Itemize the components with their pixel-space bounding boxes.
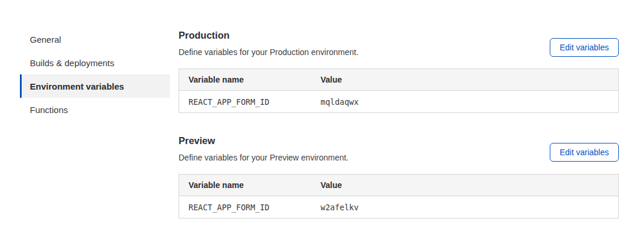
column-header-variable-name: Variable name — [179, 69, 321, 91]
variable-value-cell: w2afelkv — [321, 196, 619, 218]
sidebar-item-environment-variables[interactable]: Environment variables — [20, 74, 170, 98]
production-section: Production Define variables for your Pro… — [179, 29, 619, 113]
sidebar-item-general[interactable]: General — [20, 28, 170, 51]
variable-name-cell: REACT_APP_FORM_ID — [179, 91, 321, 113]
table-row: REACT_APP_FORM_ID mqldaqwx — [179, 91, 619, 113]
table-header-row: Variable name Value — [179, 69, 619, 91]
preview-section: Preview Define variables for your Previe… — [179, 135, 619, 218]
production-edit-variables-button[interactable]: Edit variables — [550, 38, 619, 57]
table-header-row: Variable name Value — [179, 175, 619, 196]
sidebar-item-label: General — [30, 35, 61, 45]
sidebar-item-label: Environment variables — [30, 81, 124, 91]
column-header-value: Value — [321, 69, 619, 91]
production-variables-table: Variable name Value REACT_APP_FORM_ID mq… — [179, 69, 619, 113]
sidebar-item-label: Builds & deployments — [30, 58, 114, 68]
settings-sidebar: General Builds & deployments Environment… — [20, 28, 170, 121]
preview-edit-variables-button[interactable]: Edit variables — [550, 143, 619, 162]
environment-variables-panel: Production Define variables for your Pro… — [179, 29, 619, 218]
sidebar-item-label: Functions — [30, 105, 68, 115]
variable-value-cell: mqldaqwx — [321, 91, 619, 113]
column-header-variable-name: Variable name — [179, 175, 321, 196]
variable-name-cell: REACT_APP_FORM_ID — [179, 196, 321, 218]
column-header-value: Value — [321, 175, 619, 196]
sidebar-item-builds-deployments[interactable]: Builds & deployments — [20, 51, 170, 74]
table-row: REACT_APP_FORM_ID w2afelkv — [179, 196, 619, 218]
sidebar-item-functions[interactable]: Functions — [20, 98, 170, 121]
preview-variables-table: Variable name Value REACT_APP_FORM_ID w2… — [179, 174, 619, 218]
